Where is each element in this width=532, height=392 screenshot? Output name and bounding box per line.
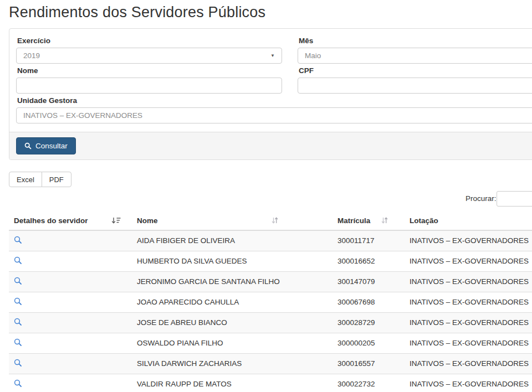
row-details-button[interactable]	[14, 277, 22, 285]
pdf-button[interactable]: PDF	[42, 172, 71, 187]
magnifier-icon	[14, 297, 22, 306]
row-details-button[interactable]	[14, 359, 22, 367]
detalhes-cell	[9, 313, 132, 333]
page: Rendimentos dos Servidores Públicos Exer…	[0, 0, 532, 392]
exercicio-select[interactable]: 2019 ▼	[16, 48, 282, 64]
lotacao-cell: INATIVOS – EX-GOVERNADORES	[405, 313, 532, 333]
row-details-button[interactable]	[14, 256, 22, 265]
table-search-row: Procurar:	[9, 190, 532, 208]
exercicio-group: Exercício 2019 ▼	[16, 35, 282, 64]
exercicio-value: 2019	[23, 51, 40, 60]
mes-group: Mês Maio	[298, 35, 532, 64]
lotacao-cell: INATIVOS – EX-GOVERNADORES	[405, 272, 532, 292]
lotacao-cell: INATIVOS – EX-GOVERNADORES	[405, 354, 532, 374]
row-details-button[interactable]	[14, 338, 22, 347]
nome-input[interactable]	[16, 78, 282, 94]
detalhes-cell	[9, 292, 132, 313]
nome-group: Nome	[16, 65, 282, 94]
unidade-gestora-label: Unidade Gestora	[17, 96, 532, 105]
cpf-label: CPF	[299, 66, 532, 75]
table-row: SILVIA DARWICH ZACHARIAS 300016557 INATI…	[9, 354, 532, 374]
lotacao-cell: INATIVOS – EX-GOVERNADORES	[405, 230, 532, 251]
chevron-down-icon: ▼	[270, 53, 275, 58]
lotacao-cell: INATIVOS – EX-GOVERNADORES	[405, 292, 532, 313]
servidores-table: Detalhes do servidor Nome	[9, 212, 532, 392]
matricula-cell: 300016557	[332, 354, 405, 374]
table-row: VALDIR RAUPP DE MATOS 300022732 INATIVOS…	[9, 374, 532, 392]
mes-label: Mês	[299, 37, 532, 45]
row-details-button[interactable]	[14, 297, 22, 306]
column-header-lotacao[interactable]: Lotação	[405, 212, 532, 230]
matricula-cell: 300022732	[332, 374, 405, 392]
table-row: JERONIMO GARCIA DE SANTANA FILHO 3001470…	[9, 272, 532, 292]
search-icon	[24, 142, 32, 149]
unidade-gestora-input[interactable]	[16, 107, 532, 123]
matricula-cell: 300016652	[332, 251, 405, 272]
sort-both-icon	[381, 216, 388, 226]
detalhes-cell	[9, 230, 132, 251]
table-row: HUMBERTO DA SILVA GUEDES 300016652 INATI…	[9, 251, 532, 272]
unidade-gestora-group: Unidade Gestora	[16, 95, 532, 123]
sort-desc-icon	[111, 216, 121, 226]
nome-cell: VALDIR RAUPP DE MATOS	[132, 374, 332, 392]
consultar-button[interactable]: Consultar	[16, 137, 76, 154]
matricula-cell: 300147079	[332, 272, 405, 292]
nome-cell: JOSE DE ABREU BIANCO	[132, 313, 332, 333]
nome-cell: AIDA FIBIGER DE OLIVEIRA	[132, 230, 332, 251]
matricula-cell: 300067698	[332, 292, 405, 313]
detalhes-cell	[9, 354, 132, 374]
magnifier-icon	[14, 379, 22, 388]
search-label: Procurar:	[466, 194, 497, 203]
matricula-cell: 300000205	[332, 333, 405, 354]
magnifier-icon	[14, 359, 22, 367]
search-input[interactable]	[497, 191, 532, 207]
consultar-label: Consultar	[35, 142, 68, 150]
magnifier-icon	[14, 256, 22, 265]
table-row: JOAO APARECIDO CAHULLA 300067698 INATIVO…	[9, 292, 532, 313]
nome-cell: OSWALDO PIANA FILHO	[132, 333, 332, 354]
nome-cell: JOAO APARECIDO CAHULLA	[132, 292, 332, 313]
export-button-group: Excel PDF	[9, 172, 71, 187]
magnifier-icon	[14, 318, 22, 326]
column-header-detalhes[interactable]: Detalhes do servidor	[9, 212, 132, 230]
lotacao-cell: INATIVOS – EX-GOVERNADORES	[405, 333, 532, 354]
magnifier-icon	[14, 277, 22, 285]
nome-cell: SILVIA DARWICH ZACHARIAS	[132, 354, 332, 374]
magnifier-icon	[14, 338, 22, 347]
row-details-button[interactable]	[14, 236, 22, 244]
detalhes-cell	[9, 272, 132, 292]
nome-cell: JERONIMO GARCIA DE SANTANA FILHO	[132, 272, 332, 292]
table-row: JOSE DE ABREU BIANCO 300028729 INATIVOS …	[9, 313, 532, 333]
matricula-cell: 300028729	[332, 313, 405, 333]
lotacao-cell: INATIVOS – EX-GOVERNADORES	[405, 251, 532, 272]
sort-both-icon	[272, 216, 278, 226]
column-header-matricula[interactable]: Matrícula	[332, 212, 405, 230]
cpf-input[interactable]	[298, 78, 532, 94]
detalhes-cell	[9, 333, 132, 354]
nome-cell: HUMBERTO DA SILVA GUEDES	[132, 251, 332, 272]
page-title: Rendimentos dos Servidores Públicos	[9, 0, 532, 21]
filter-panel: Exercício 2019 ▼ Mês Maio	[9, 28, 532, 160]
detalhes-cell	[9, 374, 132, 392]
row-details-button[interactable]	[14, 379, 22, 388]
mes-select[interactable]: Maio	[298, 48, 532, 64]
filter-panel-body: Exercício 2019 ▼ Mês Maio	[9, 29, 532, 132]
matricula-cell: 300011717	[332, 230, 405, 251]
lotacao-cell: INATIVOS – EX-GOVERNADORES	[405, 374, 532, 392]
excel-button[interactable]: Excel	[9, 172, 42, 187]
table-row: OSWALDO PIANA FILHO 300000205 INATIVOS –…	[9, 333, 532, 354]
row-details-button[interactable]	[14, 318, 22, 326]
table-row: AIDA FIBIGER DE OLIVEIRA 300011717 INATI…	[9, 230, 532, 251]
table-header-row: Detalhes do servidor Nome	[9, 212, 532, 230]
magnifier-icon	[14, 236, 22, 244]
filter-panel-footer: Consultar	[9, 132, 532, 159]
mes-value: Maio	[305, 51, 321, 60]
detalhes-cell	[9, 251, 132, 272]
exercicio-label: Exercício	[17, 37, 282, 45]
column-header-nome[interactable]: Nome	[132, 212, 332, 230]
nome-label: Nome	[17, 66, 282, 75]
cpf-group: CPF	[298, 65, 532, 94]
